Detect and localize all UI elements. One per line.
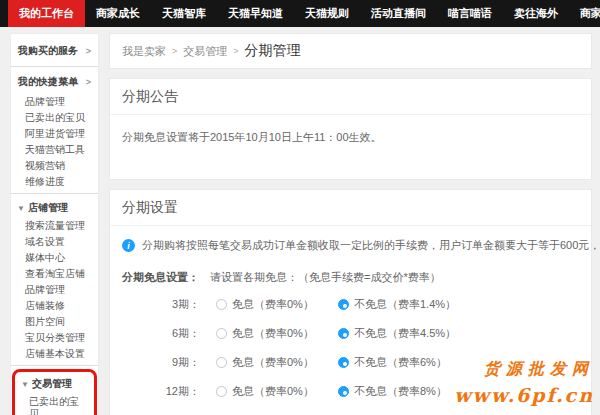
trade-management-group-highlight: ▼ 交易管理 已卖出的宝贝 评价管理 缺货商品 海外订单支持 分期管理 — [12, 369, 97, 415]
nav-item-live-events[interactable]: 活动直播间 — [360, 0, 437, 27]
nav-item-merchant-growth[interactable]: 商家成长 — [85, 0, 151, 27]
breadcrumb-separator: > — [172, 46, 177, 56]
radio-unchecked-icon[interactable] — [216, 357, 227, 368]
announcement-body: 分期免息设置将于2015年10月10日上午11：00生效。 — [110, 115, 591, 179]
quick-menu-label: 我的快捷菜单 — [18, 75, 78, 89]
arrow-right-icon: > — [86, 46, 91, 56]
installment-settings-card: 分期设置 i 分期购将按照每笔交易成功订单金额收取一定比例的手续费，用户订单金额… — [109, 189, 592, 415]
nav-item-sell-overseas[interactable]: 卖往海外 — [503, 0, 569, 27]
breadcrumb-root[interactable]: 我是卖家 — [122, 44, 166, 59]
sidebar-item-quick-menu[interactable]: 我的快捷菜单 > — [11, 70, 98, 94]
sidebar-item-media-center[interactable]: 媒体中心 — [11, 250, 98, 266]
merchant-support-label: 商家支持 — [580, 6, 600, 21]
option-not-free-label: 不免息（费率4.5%） — [354, 326, 456, 341]
radio-option-not-free[interactable]: 不免息（费率6%） — [338, 355, 447, 370]
nav-item-my-workbench[interactable]: 我的工作台 — [8, 0, 85, 27]
chevron-down-icon: ▼ — [21, 380, 29, 389]
sidebar-group-trade-management[interactable]: ▼ 交易管理 — [15, 373, 94, 394]
option-free-label: 免息（费率0%） — [232, 355, 314, 370]
radio-option-not-free[interactable]: 不免息（费率8%） — [338, 384, 447, 399]
divider — [11, 365, 98, 366]
sidebar-item-image-space[interactable]: 图片空间 — [11, 314, 98, 330]
sidebar-item-video-marketing[interactable]: 视频营销 — [11, 158, 98, 174]
period-label: 3期： — [110, 297, 200, 312]
radio-option-not-free[interactable]: 不免息（费率4.5%） — [338, 326, 456, 341]
announcement-card: 分期公告 分期免息设置将于2015年10月10日上午11：00生效。 — [109, 78, 592, 180]
sidebar-item-brand-management-2[interactable]: 品牌管理 — [11, 282, 98, 298]
breadcrumb-separator: > — [233, 46, 238, 56]
option-free-label: 免息（费率0%） — [232, 384, 314, 399]
settings-info-row: i 分期购将按照每笔交易成功订单金额收取一定比例的手续费，用户订单金额要大于等于… — [110, 226, 591, 253]
sidebar-item-ali-purchase[interactable]: 阿里进货管理 — [11, 126, 98, 142]
sidebar: 我购买的服务 > 我的快捷菜单 > 品牌管理 已卖出的宝贝 阿里进货管理 天猫营… — [10, 33, 99, 415]
navbar-right: 卖往海外 商家支持 ▼ 账号设置 — [503, 0, 600, 27]
option-not-free-label: 不免息（费率6%） — [354, 355, 447, 370]
radio-unchecked-icon[interactable] — [216, 386, 227, 397]
main-content: 我是卖家 > 交易管理 > 分期管理 分期公告 分期免息设置将于2015年10月… — [109, 33, 592, 415]
sidebar-item-sold-items-2[interactable]: 已卖出的宝贝 — [15, 394, 94, 415]
chevron-down-icon: ▼ — [17, 204, 25, 213]
period-label: 9期： — [110, 355, 200, 370]
option-not-free-label: 不免息（费率8%） — [354, 384, 447, 399]
radio-option-free[interactable]: 免息（费率0%） — [216, 297, 338, 312]
shop-group-label: 店铺管理 — [28, 201, 68, 215]
purchased-services-label: 我购买的服务 — [18, 44, 78, 58]
trade-group-label: 交易管理 — [32, 377, 72, 391]
sidebar-item-sold-items[interactable]: 已卖出的宝贝 — [11, 110, 98, 126]
installment-row-12: 12期： 免息（费率0%） 不免息（费率8%） — [110, 377, 591, 406]
nav-item-tmall-rules[interactable]: 天猫规则 — [294, 0, 360, 27]
breadcrumb-section[interactable]: 交易管理 — [183, 44, 227, 59]
radio-unchecked-icon[interactable] — [216, 299, 227, 310]
period-label: 12期： — [110, 384, 200, 399]
installment-row-3: 3期： 免息（费率0%） 不免息（费率1.4%） — [110, 290, 591, 319]
sidebar-item-view-taobao-shop[interactable]: 查看淘宝店铺 — [11, 266, 98, 282]
radio-checked-icon[interactable] — [338, 357, 349, 368]
radio-option-free[interactable]: 免息（费率0%） — [216, 384, 338, 399]
radio-unchecked-icon[interactable] — [216, 328, 227, 339]
period-label: 6期： — [110, 326, 200, 341]
interest-free-setting-label: 分期免息设置： — [122, 271, 199, 283]
nav-item-tmall-thinktank[interactable]: 天猫智库 — [151, 0, 217, 27]
info-icon: i — [122, 239, 135, 252]
sidebar-item-brand-management[interactable]: 品牌管理 — [11, 94, 98, 110]
sidebar-item-search-traffic[interactable]: 搜索流量管理 — [11, 218, 98, 234]
sidebar-group-shop-management[interactable]: ▼ 店铺管理 — [11, 197, 98, 218]
sidebar-item-repair-progress[interactable]: 维修进度 — [11, 174, 98, 190]
sidebar-item-purchased-services[interactable]: 我购买的服务 > — [11, 39, 98, 63]
installment-rows: 3期： 免息（费率0%） 不免息（费率1.4%） 6期： 免息（费率0%） — [110, 288, 591, 415]
breadcrumb-current: 分期管理 — [245, 42, 301, 60]
top-navbar: 我的工作台 商家成长 天猫智库 天猫早知道 天猫规则 活动直播间 喵言喵语 卖往… — [0, 0, 600, 27]
announcement-title: 分期公告 — [110, 79, 591, 115]
option-not-free-label: 不免息（费率1.4%） — [354, 297, 456, 312]
sidebar-item-domain-settings[interactable]: 域名设置 — [11, 234, 98, 250]
option-free-label: 免息（费率0%） — [232, 297, 314, 312]
installment-row-9: 9期： 免息（费率0%） 不免息（费率6%） — [110, 348, 591, 377]
radio-option-free[interactable]: 免息（费率0%） — [216, 326, 338, 341]
sidebar-item-item-categories[interactable]: 宝贝分类管理 — [11, 330, 98, 346]
radio-checked-icon[interactable] — [338, 386, 349, 397]
sidebar-item-tmall-marketing-tools[interactable]: 天猫营销工具 — [11, 142, 98, 158]
option-free-label: 免息（费率0%） — [232, 326, 314, 341]
radio-checked-icon[interactable] — [338, 328, 349, 339]
nav-item-merchant-support[interactable]: 商家支持 ▼ — [569, 0, 600, 27]
page-layout: 我购买的服务 > 我的快捷菜单 > 品牌管理 已卖出的宝贝 阿里进货管理 天猫营… — [0, 27, 600, 415]
interest-free-setting-hint: 请设置各期免息：（免息手续费=成交价*费率） — [210, 271, 441, 283]
nav-item-tmall-news[interactable]: 天猫早知道 — [217, 0, 294, 27]
radio-checked-icon[interactable] — [338, 299, 349, 310]
divider — [11, 193, 98, 194]
radio-option-not-free[interactable]: 不免息（费率1.4%） — [338, 297, 456, 312]
settings-info-text: 分期购将按照每笔交易成功订单金额收取一定比例的手续费，用户订单金额要大于等于60… — [142, 238, 600, 253]
installment-row-18: 18期： 免息（费率0%） 不免息（费率11.5%） — [110, 406, 591, 415]
sidebar-item-shop-basic-settings[interactable]: 店铺基本设置 — [11, 346, 98, 362]
installment-row-6: 6期： 免息（费率0%） 不免息（费率4.5%） — [110, 319, 591, 348]
settings-title: 分期设置 — [110, 190, 591, 226]
breadcrumb: 我是卖家 > 交易管理 > 分期管理 — [109, 33, 592, 69]
sidebar-item-shop-decoration[interactable]: 店铺装修 — [11, 298, 98, 314]
radio-option-free[interactable]: 免息（费率0%） — [216, 355, 338, 370]
arrow-right-icon: > — [86, 77, 91, 87]
divider — [11, 66, 98, 67]
settings-label-row: 分期免息设置： 请设置各期免息：（免息手续费=成交价*费率） — [110, 253, 591, 288]
nav-item-miao-talk[interactable]: 喵言喵语 — [437, 0, 503, 27]
